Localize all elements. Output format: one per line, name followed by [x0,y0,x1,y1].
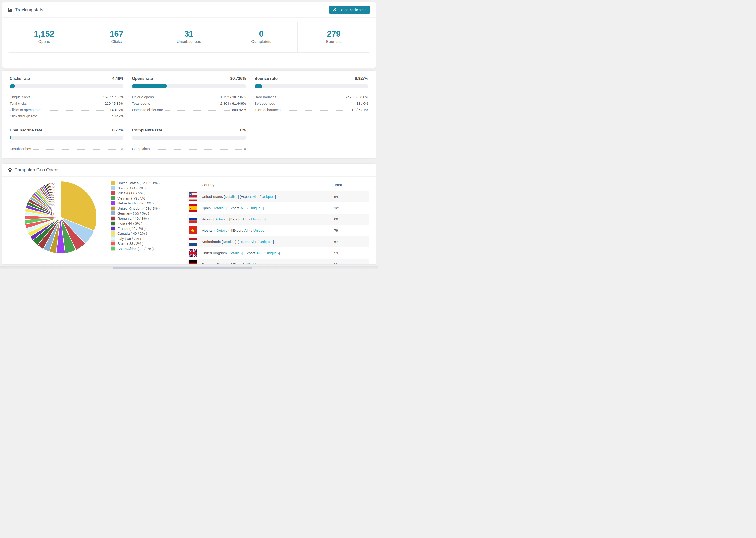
bracket: ] [275,194,276,198]
bracket: ] [279,251,280,255]
details-link[interactable]: Details › [225,194,238,198]
total-cell: 59 [332,247,369,259]
horizontal-scrollbar[interactable] [113,267,252,269]
legend-label: Brazil ( 33 / 2% ) [117,242,143,245]
rate-title: Unsubscribe rate [10,128,42,133]
progress-fill [254,84,262,88]
stat-row-label: Soft bounces [254,101,275,106]
export-all-link[interactable]: All › [256,251,262,255]
table-row-united-states: United States [Details ›] [Export: All ›… [187,191,369,202]
export-unique-link[interactable]: Unique › [259,240,273,243]
export-unique-link[interactable]: Unique › [253,228,267,232]
geo-opens-pie-chart [23,180,98,256]
stat-row: Unique clicks167 / 4.456% [10,93,124,99]
country-cell: Netherlands [Details ›] [Export: All › /… [200,236,332,247]
progress-fill [10,84,15,88]
bracket: ] [265,217,266,221]
legend-label: Romania ( 49 / 3% ) [117,216,149,220]
slash: / [252,262,255,265]
progress-fill [10,136,11,140]
total-column-header: Total [332,180,369,191]
legend-item-india: India ( 46 / 3% ) [111,221,169,226]
export-basic-stats-button[interactable]: Export basic stats [329,6,370,14]
export-unique-link[interactable]: Unique › [266,251,279,255]
flag-cell [187,214,200,225]
legend-label: France ( 42 / 2% ) [117,227,145,231]
legend-item-vietnam: Vietnam ( 79 / 5% ) [111,196,169,201]
rate-panel-header: Opens rate30.736% [132,76,246,81]
stat-row-label: Unique clicks [10,95,30,99]
export-all-link[interactable]: All › [242,217,248,221]
legend-label: Spain ( 121 / 7% ) [117,186,145,190]
stat-row: Opens to clicks rate689.82% [132,106,246,112]
rate-value: 4.46% [112,76,124,81]
details-link[interactable]: Details › [229,251,242,255]
progress-track [10,136,124,140]
flag-cell [187,247,200,259]
details-link[interactable]: Details › [213,206,226,210]
summary-label: Unsubscribes [153,39,225,44]
summary-box-unsubscribes: 31Unsubscribes [153,22,225,52]
progress-track [132,84,246,88]
stat-row: Clicks to opens rate14.497% [10,106,124,112]
legend-item-canada: Canada ( 40 / 2% ) [111,231,169,236]
country-cell: Russia [Details ›] [Export: All › / Uniq… [200,214,332,225]
details-link[interactable]: Details › [218,262,231,265]
summary-value: 0 [225,29,297,38]
stat-row-value: 1,152 / 30.736% [220,95,246,99]
summary-label: Bounces [298,39,370,44]
export-all-link[interactable]: All › [241,206,246,210]
details-link[interactable]: Details › [216,228,229,232]
flag-cell [187,202,200,214]
rate-value: 0.77% [112,128,124,133]
export-all-link[interactable]: All › [244,228,250,232]
slash: / [256,240,259,243]
stat-row: Hard bounces242 / 86.738% [254,93,368,99]
export-unique-link[interactable]: Unique › [261,194,275,198]
legend-item-italy: Italy ( 36 / 2% ) [111,236,169,241]
slash: / [246,206,249,210]
table-row-russia: Russia [Details ›] [Export: All › / Uniq… [187,214,369,225]
details-link[interactable]: Details › [223,240,236,243]
dotted-leader [165,110,230,111]
legend-label: Vietnam ( 79 / 5% ) [117,196,147,200]
us-flag-icon [189,192,197,201]
page-bottom-strip [0,266,378,269]
total-cell: 86 [332,214,369,225]
legend-swatch [111,201,115,205]
bracket: ] [Export: [242,251,256,255]
country-cell: Vietnam [Details ›] [Export: All › / Uni… [200,225,332,236]
rate-panel-clicks-rate: Clicks rate4.46%Unique clicks167 / 4.456… [10,76,124,119]
stat-row-value: 2,303 / 61.446% [220,101,246,106]
map-pin-icon [8,168,12,172]
stat-row-value: 14.497% [110,108,124,112]
legend-label: Russia ( 86 / 5% ) [117,191,145,195]
rate-value: 30.736% [230,76,246,81]
stat-row: Total clicks220 / 5.87% [10,99,124,106]
rate-value: 6.927% [355,76,368,81]
export-unique-link[interactable]: Unique › [255,262,268,265]
legend-swatch [111,246,115,251]
bracket: ] [Export: [227,217,242,221]
export-all-link[interactable]: All › [253,194,259,198]
stat-row-label: Complaints [132,147,149,151]
progress-fill [132,84,167,88]
bracket: ] [Export: [231,262,246,265]
export-unique-link[interactable]: Unique › [249,206,263,210]
legend-item-france: France ( 42 / 2% ) [111,226,169,231]
export-all-link[interactable]: All › [246,262,252,265]
total-cell: 55 [332,259,369,265]
country-cell: United Kingdom [Details ›] [Export: All … [200,247,332,259]
total-cell: 121 [332,202,369,214]
legend-swatch [111,221,115,226]
country-name: Germany [202,262,217,265]
summary-value: 279 [298,29,370,38]
export-unique-link[interactable]: Unique › [251,217,265,221]
export-all-link[interactable]: All › [250,240,257,243]
details-link[interactable]: Details › [214,217,227,221]
country-name: Spain [202,206,212,210]
country-name: United Kingdom [202,251,228,255]
geo-section-title: Campaign Geo Opens [14,167,60,173]
country-column-header: Country [200,180,332,191]
rate-panel-header: Clicks rate4.46% [10,76,124,81]
